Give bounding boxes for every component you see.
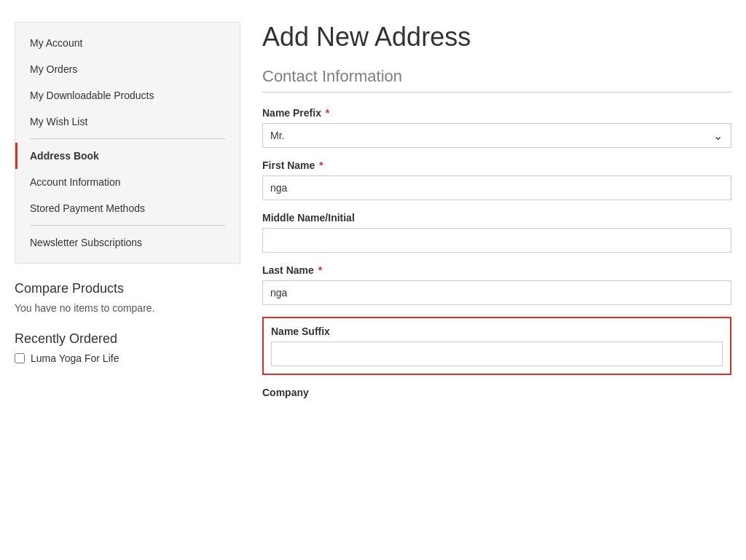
- sidebar-item-my-account: My Account: [15, 30, 240, 56]
- sidebar-link-newsletter-subscriptions[interactable]: Newsletter Subscriptions: [15, 229, 240, 256]
- page-wrapper: My Account My Orders My Downloadable Pro…: [0, 0, 746, 560]
- recently-ordered-section: Recently Ordered Luma Yoga For Life: [15, 331, 240, 364]
- content-layout: My Account My Orders My Downloadable Pro…: [15, 22, 731, 410]
- nav-divider-2: [30, 225, 225, 226]
- compare-products-message: You have no items to compare.: [15, 302, 240, 314]
- name-prefix-required: *: [326, 107, 329, 119]
- name-suffix-label: Name Suffix: [271, 326, 723, 337]
- nav-divider-1: [30, 138, 225, 139]
- sidebar-nav-list: My Account My Orders My Downloadable Pro…: [15, 30, 240, 256]
- sidebar-item-stored-payment-methods: Stored Payment Methods: [15, 195, 240, 221]
- sidebar-link-my-account[interactable]: My Account: [15, 30, 240, 56]
- name-prefix-select[interactable]: Mr. Mrs. Ms. Dr. Prof.: [262, 123, 731, 148]
- main-content: Add New Address Contact Information Name…: [262, 22, 731, 410]
- sidebar-link-my-downloadable-products[interactable]: My Downloadable Products: [15, 82, 240, 109]
- name-prefix-group: Name Prefix * Mr. Mrs. Ms. Dr. Prof.: [262, 107, 731, 148]
- compare-products-title: Compare Products: [15, 281, 240, 296]
- sidebar-link-account-information[interactable]: Account Information: [15, 169, 240, 195]
- name-prefix-label: Name Prefix *: [262, 107, 731, 119]
- compare-products-section: Compare Products You have no items to co…: [15, 281, 240, 314]
- sidebar-link-address-book[interactable]: Address Book: [15, 143, 240, 169]
- recently-ordered-title: Recently Ordered: [15, 331, 240, 347]
- recently-ordered-item-label: Luma Yoga For Life: [31, 352, 119, 364]
- last-name-input[interactable]: [262, 280, 731, 305]
- sidebar-link-my-wish-list[interactable]: My Wish List: [15, 109, 240, 135]
- recently-ordered-checkbox[interactable]: [15, 353, 25, 363]
- last-name-required: *: [318, 264, 322, 276]
- section-divider: [262, 92, 731, 92]
- sidebar-item-my-wish-list: My Wish List: [15, 109, 240, 135]
- middle-name-input[interactable]: [262, 228, 731, 253]
- name-suffix-input[interactable]: [271, 342, 723, 366]
- sidebar-link-my-orders[interactable]: My Orders: [15, 56, 240, 82]
- middle-name-label: Middle Name/Initial: [262, 212, 731, 224]
- sidebar-item-newsletter-subscriptions: Newsletter Subscriptions: [15, 229, 240, 256]
- page-title: Add New Address: [262, 22, 731, 52]
- sidebar-item-my-orders: My Orders: [15, 56, 240, 82]
- last-name-group: Last Name *: [262, 264, 731, 305]
- first-name-group: First Name *: [262, 159, 731, 200]
- company-label: Company: [262, 387, 731, 398]
- name-suffix-group: Name Suffix: [262, 317, 731, 375]
- sidebar-item-my-downloadable-products: My Downloadable Products: [15, 82, 240, 109]
- recently-ordered-item: Luma Yoga For Life: [15, 352, 240, 364]
- last-name-label: Last Name *: [262, 264, 731, 276]
- sidebar: My Account My Orders My Downloadable Pro…: [15, 22, 240, 410]
- sidebar-item-account-information: Account Information: [15, 169, 240, 195]
- sidebar-navigation: My Account My Orders My Downloadable Pro…: [15, 22, 240, 264]
- middle-name-group: Middle Name/Initial: [262, 212, 731, 253]
- name-prefix-select-wrapper: Mr. Mrs. Ms. Dr. Prof.: [262, 123, 731, 148]
- first-name-label: First Name *: [262, 159, 731, 171]
- sidebar-item-address-book: Address Book: [15, 143, 240, 169]
- company-group: Company: [262, 387, 731, 398]
- first-name-input[interactable]: [262, 176, 731, 200]
- first-name-required: *: [319, 159, 323, 171]
- contact-information-title: Contact Information: [262, 67, 731, 86]
- sidebar-link-stored-payment-methods[interactable]: Stored Payment Methods: [15, 195, 240, 221]
